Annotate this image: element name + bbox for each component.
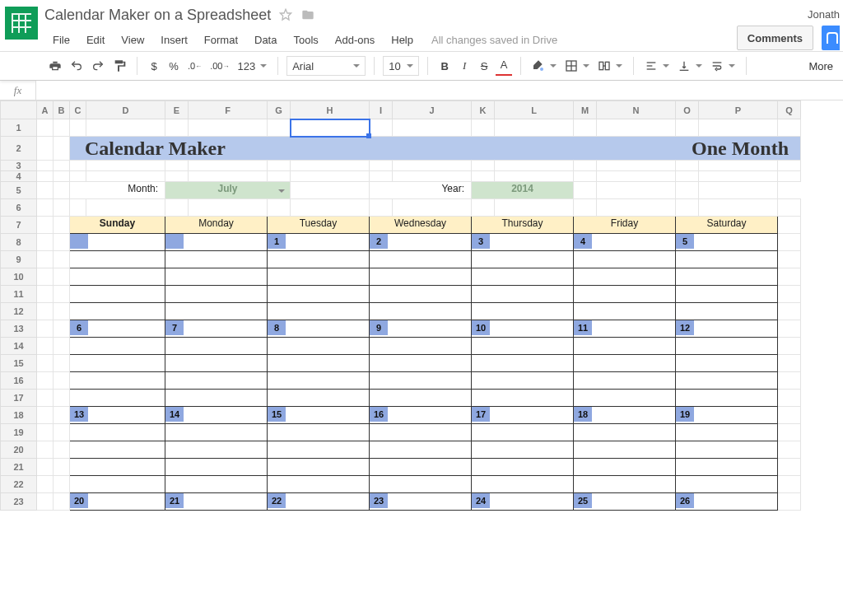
col-header-I[interactable]: I xyxy=(370,101,393,119)
cell-P1[interactable] xyxy=(699,119,778,137)
cell-A6[interactable] xyxy=(37,199,54,217)
strike-button[interactable]: S xyxy=(476,56,492,76)
dow-saturday[interactable]: Saturday xyxy=(676,217,778,234)
cell-C6[interactable] xyxy=(70,199,86,217)
cell-O1[interactable] xyxy=(676,119,699,137)
cell-I3[interactable] xyxy=(370,161,393,171)
folder-icon[interactable] xyxy=(300,8,315,21)
calendar-cell[interactable] xyxy=(472,476,574,493)
calendar-day[interactable]: 2 xyxy=(370,234,472,251)
cell-E4[interactable] xyxy=(165,171,189,182)
calendar-day[interactable]: 20 xyxy=(70,493,165,511)
cell-J4[interactable] xyxy=(393,171,472,182)
cell-P6[interactable] xyxy=(699,199,778,217)
calendar-cell[interactable] xyxy=(370,303,472,320)
calendar-cell[interactable] xyxy=(268,286,370,303)
calendar-cell[interactable] xyxy=(574,476,676,493)
year-input[interactable]: 2014 xyxy=(472,182,574,199)
cell-E1[interactable] xyxy=(165,119,189,137)
calendar-cell[interactable] xyxy=(574,390,676,407)
calendar-day[interactable]: 14 xyxy=(165,407,268,424)
paint-format-icon[interactable] xyxy=(110,56,128,76)
format-percent[interactable]: % xyxy=(165,56,182,76)
calendar-cell[interactable] xyxy=(268,441,370,459)
cell-L4[interactable] xyxy=(495,171,574,182)
calendar-cell[interactable] xyxy=(268,390,370,407)
cell-E3[interactable] xyxy=(165,161,189,171)
row-header-9[interactable]: 9 xyxy=(1,251,37,268)
row-header-6[interactable]: 6 xyxy=(1,199,37,217)
dow-friday[interactable]: Friday xyxy=(574,217,676,234)
row-header-11[interactable]: 11 xyxy=(1,286,37,303)
menu-edit[interactable]: Edit xyxy=(78,30,113,49)
cell-A4[interactable] xyxy=(37,171,54,182)
calendar-day[interactable]: 4 xyxy=(574,234,676,251)
menu-insert[interactable]: Insert xyxy=(152,30,196,49)
menu-data[interactable]: Data xyxy=(246,30,285,49)
cell-M1[interactable] xyxy=(574,119,597,137)
calendar-cell[interactable] xyxy=(70,372,165,390)
calendar-cell[interactable] xyxy=(165,459,268,476)
number-format[interactable]: 123 xyxy=(235,56,269,76)
cell-L6[interactable] xyxy=(495,199,574,217)
cell-H1[interactable] xyxy=(291,119,370,137)
col-header-F[interactable]: F xyxy=(189,101,268,119)
toolbar-more[interactable]: More xyxy=(808,60,836,72)
increase-decimal[interactable]: .00→ xyxy=(207,56,231,76)
calendar-cell[interactable] xyxy=(370,268,472,286)
row-header-21[interactable]: 21 xyxy=(1,459,37,476)
wrap-text-icon[interactable] xyxy=(708,56,738,76)
cell-N1[interactable] xyxy=(597,119,676,137)
row-header-19[interactable]: 19 xyxy=(1,424,37,441)
select-all-corner[interactable] xyxy=(1,101,37,119)
col-header-H[interactable]: H xyxy=(291,101,370,119)
calendar-cell[interactable] xyxy=(472,268,574,286)
cell-C3[interactable] xyxy=(70,161,86,171)
cell-A1[interactable] xyxy=(37,119,54,137)
calendar-cell[interactable] xyxy=(472,390,574,407)
calendar-cell[interactable] xyxy=(370,251,472,268)
row-header-3[interactable]: 3 xyxy=(1,161,37,171)
row-header-15[interactable]: 15 xyxy=(1,355,37,372)
cell-B3[interactable] xyxy=(54,161,70,171)
cell-J6[interactable] xyxy=(393,199,472,217)
cell-G4[interactable] xyxy=(268,171,291,182)
col-header-D[interactable]: D xyxy=(86,101,165,119)
calendar-cell[interactable] xyxy=(70,476,165,493)
col-header-K[interactable]: K xyxy=(472,101,495,119)
dow-sunday[interactable]: Sunday xyxy=(70,217,165,234)
cell-M6[interactable] xyxy=(574,199,597,217)
cell-B6[interactable] xyxy=(54,199,70,217)
row-header-23[interactable]: 23 xyxy=(1,493,37,511)
calendar-cell[interactable] xyxy=(472,424,574,441)
menu-view[interactable]: View xyxy=(113,30,152,49)
month-select[interactable]: July xyxy=(165,182,291,199)
row-header-14[interactable]: 14 xyxy=(1,338,37,355)
calendar-cell[interactable] xyxy=(676,286,778,303)
fill-color-icon[interactable] xyxy=(529,56,559,76)
cell-L1[interactable] xyxy=(495,119,574,137)
cell-Q6[interactable] xyxy=(778,199,801,217)
row-header-18[interactable]: 18 xyxy=(1,407,37,424)
calendar-cell[interactable] xyxy=(370,372,472,390)
font-size-select[interactable]: 10 xyxy=(383,56,419,76)
calendar-day[interactable]: 19 xyxy=(676,407,778,424)
cell-I6[interactable] xyxy=(370,199,393,217)
format-currency[interactable]: $ xyxy=(146,56,162,76)
col-header-O[interactable]: O xyxy=(676,101,699,119)
cell-O6[interactable] xyxy=(676,199,699,217)
calendar-day[interactable]: 12 xyxy=(676,320,778,338)
col-header-G[interactable]: G xyxy=(268,101,291,119)
cell-G6[interactable] xyxy=(268,199,291,217)
calendar-cell[interactable] xyxy=(370,441,472,459)
calendar-day[interactable]: 25 xyxy=(574,493,676,511)
cell-L3[interactable] xyxy=(495,161,574,171)
row-header-10[interactable]: 10 xyxy=(1,268,37,286)
account-name[interactable]: Jonath xyxy=(808,8,840,21)
cell-K1[interactable] xyxy=(472,119,495,137)
cell-G1[interactable] xyxy=(268,119,291,137)
calendar-cell[interactable] xyxy=(574,372,676,390)
calendar-cell[interactable] xyxy=(70,355,165,372)
cell-B1[interactable] xyxy=(54,119,70,137)
calendar-day[interactable]: 17 xyxy=(472,407,574,424)
